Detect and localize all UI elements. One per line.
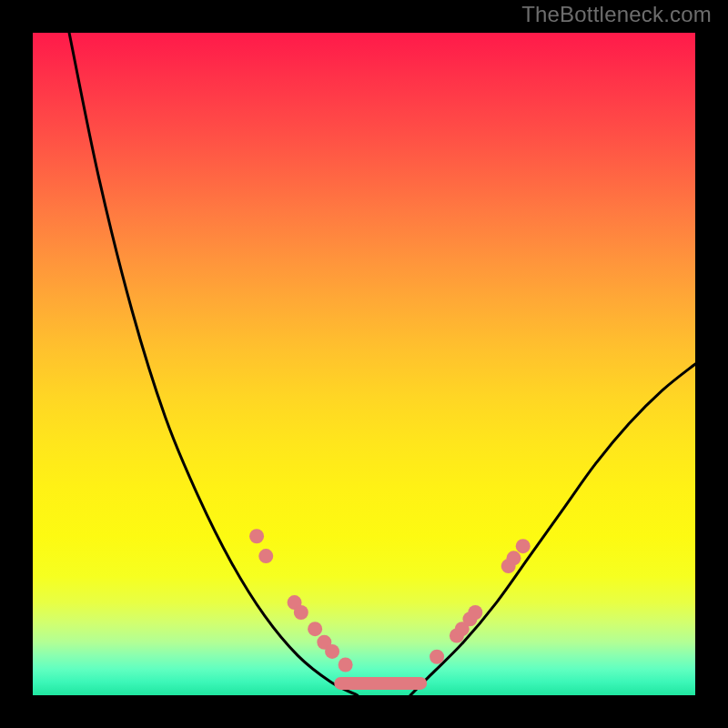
- right-curve: [410, 364, 695, 695]
- right-curve-markers: [430, 539, 531, 664]
- bottom-bar: [334, 677, 427, 690]
- data-marker: [308, 622, 322, 636]
- curve-layer: [33, 33, 695, 695]
- data-marker: [339, 658, 353, 672]
- chart-frame: TheBottleneck.com: [0, 0, 728, 728]
- data-marker: [516, 539, 531, 553]
- data-marker: [249, 529, 264, 543]
- data-marker: [294, 605, 308, 620]
- data-marker: [468, 605, 482, 620]
- data-marker: [507, 551, 521, 565]
- watermark-text: TheBottleneck.com: [521, 2, 712, 27]
- left-curve-markers: [249, 529, 353, 672]
- data-marker: [430, 650, 444, 664]
- plot-area: [33, 33, 695, 695]
- left-curve: [69, 33, 358, 695]
- data-marker: [325, 644, 339, 659]
- data-marker: [258, 549, 273, 563]
